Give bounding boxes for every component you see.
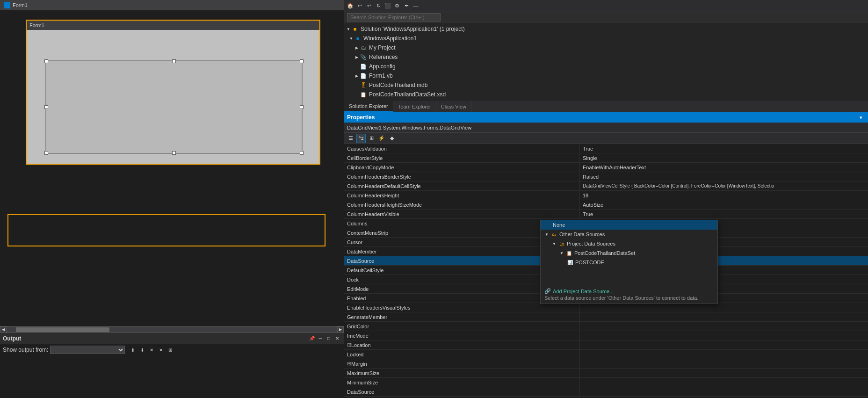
prop-value xyxy=(580,312,868,321)
dropdown-dataset[interactable]: ▼ 📋 PostCodeThailandDataSet xyxy=(541,248,717,258)
solution-icon: ■ xyxy=(352,26,358,32)
dropdown-other-sources[interactable]: ▼ 🗂 Other Data Sources xyxy=(541,230,717,239)
props-dropdown-btn[interactable]: ▾ xyxy=(857,113,865,122)
props-header: Properties ▾ xyxy=(344,112,868,123)
mdb-item[interactable]: 🗄 PostCodeThailand.mdb xyxy=(344,80,868,90)
props-sort-btn[interactable]: ⊞ xyxy=(367,134,376,143)
dropdown-table[interactable]: 📊 POSTCODE xyxy=(541,258,717,267)
se-back-btn[interactable]: ↩ xyxy=(355,2,364,10)
project-label: WindowsApplication1 xyxy=(363,35,417,42)
dropdown-other-sources-label: Other Data Sources xyxy=(559,232,605,237)
prop-row-columnheadersborderstyle[interactable]: ColumnHeadersBorderStyle Raised xyxy=(344,172,868,181)
prop-row-location[interactable]: ⊞ Location xyxy=(344,340,868,350)
prop-name: ClipboardCopyMode xyxy=(344,163,580,172)
props-events-btn[interactable]: ⚡ xyxy=(377,134,386,143)
output-icon-2[interactable]: ⬇ xyxy=(138,346,146,354)
prop-name: ColumnHeadersHeightSizeMode xyxy=(344,200,580,209)
prop-value xyxy=(580,340,868,349)
xsd-item[interactable]: 📋 PostCodeThailandDataSet.xsd xyxy=(344,90,868,99)
se-refresh-btn[interactable]: ↻ xyxy=(374,2,383,10)
output-icon-3[interactable]: ✕ xyxy=(147,346,156,354)
resize-handle-sw[interactable] xyxy=(44,151,48,155)
hscrollbar[interactable]: ◀ ▶ xyxy=(0,326,344,333)
form-window[interactable]: Form1 xyxy=(26,20,320,165)
prop-row-generatemember[interactable]: GenerateMember xyxy=(344,312,868,322)
scroll-right-btn[interactable]: ▶ xyxy=(337,326,344,333)
form-design-area[interactable]: Form1 xyxy=(0,10,344,326)
prop-value xyxy=(580,303,868,312)
se-search-input[interactable] xyxy=(347,13,441,22)
resize-handle-nw[interactable] xyxy=(44,59,48,63)
resize-handle-ne[interactable] xyxy=(300,59,304,63)
prop-row-clipboardcopymode[interactable]: ClipboardCopyMode EnableWithAutoHeaderTe… xyxy=(344,163,868,172)
props-pages-btn[interactable]: ◆ xyxy=(387,134,397,143)
right-panel: 🏠 ↩ ↩ ↻ ⬛ ⚙ ✒ — ▼ ■ Solution 'WindowsApp… xyxy=(344,0,868,398)
resize-handle-e[interactable] xyxy=(300,105,304,109)
dropdown-none-item[interactable]: None xyxy=(541,220,717,230)
props-sort-alpha-btn[interactable]: ᴬᴢ xyxy=(356,134,366,143)
prop-row-margin[interactable]: ⊞ Margin xyxy=(344,359,868,369)
output-close-btn[interactable]: ✕ xyxy=(333,335,341,342)
se-home-btn[interactable]: 🏠 xyxy=(346,2,354,10)
se-extra-btn[interactable]: ✒ xyxy=(402,2,411,10)
prop-row-columnheadersdefaultcellstyle[interactable]: ColumnHeadersDefaultCellStyle DataGridVi… xyxy=(344,181,868,191)
tabs-row: Solution Explorer Team Explorer Class Vi… xyxy=(344,101,868,112)
scroll-left-btn[interactable]: ◀ xyxy=(0,326,7,333)
prop-row-datasource2[interactable]: DataSource xyxy=(344,387,868,397)
output-title: Output xyxy=(3,335,21,342)
project-item[interactable]: ▼ ■ WindowsApplication1 xyxy=(344,34,868,43)
form1vb-label: Form1.vb xyxy=(369,72,393,79)
solution-item[interactable]: ▼ ■ Solution 'WindowsApplication1' (1 pr… xyxy=(344,24,868,34)
tab-solution-explorer[interactable]: Solution Explorer xyxy=(344,101,393,112)
show-output-dropdown[interactable] xyxy=(50,346,125,354)
resize-handle-se[interactable] xyxy=(300,151,304,155)
xsd-expand-placeholder xyxy=(354,92,359,97)
prop-row-minimumsize[interactable]: MinimumSize xyxy=(344,378,868,387)
props-component: DataGridView1 System.Windows.Forms.DataG… xyxy=(344,123,868,133)
prop-value xyxy=(580,369,868,377)
myproject-item[interactable]: ▶ 🗂 My Project xyxy=(344,43,868,52)
output-icon-1[interactable]: ⬆ xyxy=(129,346,137,354)
dropdown-project-sources[interactable]: ▼ 🗂 Project Data Sources xyxy=(541,239,717,248)
appconfig-item[interactable]: 📄 App.config xyxy=(344,62,868,71)
output-maximize-btn[interactable]: □ xyxy=(325,335,333,342)
references-item[interactable]: ▶ 📎 References xyxy=(344,52,868,62)
prop-name: CausesValidation xyxy=(344,144,580,153)
prop-name: ⊞ Margin xyxy=(344,359,580,368)
se-forward-btn[interactable]: ↩ xyxy=(365,2,373,10)
prop-row-columnheadersheightsizemode[interactable]: ColumnHeadersHeightSizeMode AutoSize xyxy=(344,200,868,210)
prop-row-causesvalidation[interactable]: CausesValidation True xyxy=(344,144,868,153)
show-output-label: Show output from: xyxy=(3,347,48,353)
output-panel: Output 📌 ─ □ ✕ Show output from: ⬆ ⬇ ✕ ✕… xyxy=(0,333,344,398)
props-sort-category-btn[interactable]: ☰ xyxy=(346,134,355,143)
tab-team-explorer[interactable]: Team Explorer xyxy=(393,101,436,112)
resize-handle-n[interactable] xyxy=(172,59,176,63)
prop-row-imemode[interactable]: ImeMode xyxy=(344,331,868,340)
prop-value: DataGridViewCellStyle { BackColor=Color … xyxy=(580,181,868,190)
prop-row-maximumsize[interactable]: MaximumSize xyxy=(344,369,868,378)
solution-expand: ▼ xyxy=(346,27,351,31)
prop-row-columnheadersheight[interactable]: ColumnHeadersHeight 18 xyxy=(344,191,868,200)
prop-name: GenerateMember xyxy=(344,312,580,321)
output-icon-5[interactable]: ⊞ xyxy=(166,346,174,354)
resize-handle-s[interactable] xyxy=(172,151,176,155)
output-minimize-btn[interactable]: ─ xyxy=(317,335,324,342)
resize-handle-w[interactable] xyxy=(44,105,48,109)
prop-row-gridcolor[interactable]: GridColor xyxy=(344,322,868,331)
output-icon-4[interactable]: ✕ xyxy=(157,346,165,354)
add-project-datasource-link[interactable]: 🔗 Add Project Data Source... xyxy=(544,288,714,294)
scroll-thumb[interactable] xyxy=(16,327,109,332)
se-tool-btn[interactable]: ⚙ xyxy=(393,2,401,10)
prop-row-columnheadersvisible[interactable]: ColumnHeadersVisible True xyxy=(344,210,868,219)
se-minus-btn[interactable]: — xyxy=(412,2,420,10)
se-toolbar: 🏠 ↩ ↩ ↻ ⬛ ⚙ ✒ — xyxy=(344,0,868,12)
form1vb-item[interactable]: ▶ 📄 Form1.vb xyxy=(344,71,868,80)
prop-row-locked[interactable]: Locked xyxy=(344,350,868,359)
second-panel[interactable] xyxy=(7,214,326,246)
prop-row-enableheaders[interactable]: EnableHeadersVisualStyles xyxy=(344,303,868,312)
tab-class-view[interactable]: Class View xyxy=(436,101,471,112)
prop-row-cellborderstyle[interactable]: CellBorderStyle Single xyxy=(344,153,868,163)
output-pin-btn[interactable]: 📌 xyxy=(308,335,316,342)
se-stop-btn[interactable]: ⬛ xyxy=(383,2,392,10)
datagrid-control[interactable] xyxy=(45,60,303,154)
